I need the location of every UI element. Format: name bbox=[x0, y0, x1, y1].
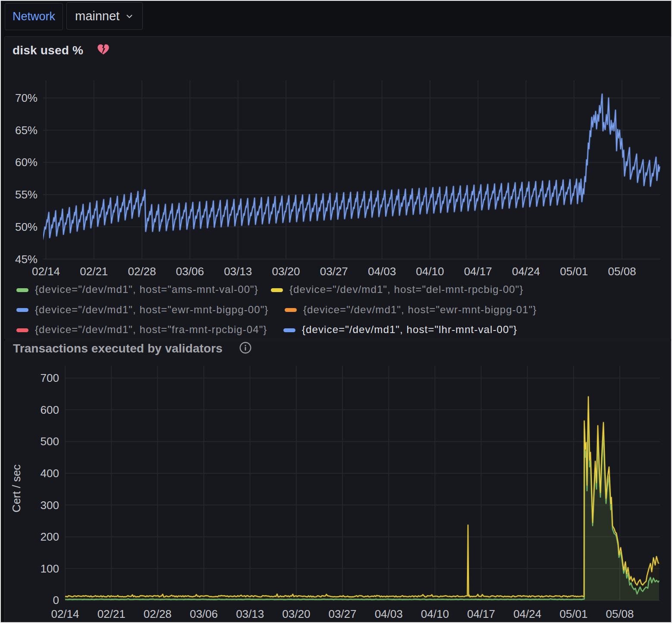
svg-text:05/01: 05/01 bbox=[560, 265, 588, 278]
svg-text:03/27: 03/27 bbox=[328, 607, 356, 620]
svg-text:02/21: 02/21 bbox=[80, 265, 108, 278]
svg-text:45%: 45% bbox=[15, 253, 38, 266]
svg-text:05/08: 05/08 bbox=[606, 607, 634, 620]
svg-text:03/20: 03/20 bbox=[282, 607, 310, 620]
svg-text:04/17: 04/17 bbox=[464, 265, 492, 278]
svg-text:55%: 55% bbox=[15, 188, 38, 201]
svg-text:02/14: 02/14 bbox=[32, 265, 60, 278]
svg-text:02/21: 02/21 bbox=[97, 607, 126, 620]
svg-text:100: 100 bbox=[41, 562, 59, 575]
svg-text:03/06: 03/06 bbox=[176, 265, 204, 278]
svg-text:500: 500 bbox=[41, 435, 59, 448]
svg-text:02/28: 02/28 bbox=[144, 607, 172, 620]
svg-text:03/06: 03/06 bbox=[190, 607, 218, 620]
svg-text:04/10: 04/10 bbox=[416, 265, 444, 278]
svg-text:04/03: 04/03 bbox=[375, 607, 403, 620]
svg-text:50%: 50% bbox=[15, 220, 38, 233]
svg-text:04/17: 04/17 bbox=[467, 607, 495, 620]
svg-text:400: 400 bbox=[41, 467, 59, 480]
svg-text:70%: 70% bbox=[15, 91, 38, 104]
svg-text:300: 300 bbox=[41, 499, 59, 512]
svg-text:60%: 60% bbox=[15, 156, 38, 169]
svg-text:05/01: 05/01 bbox=[559, 607, 587, 620]
svg-text:02/28: 02/28 bbox=[128, 265, 156, 278]
svg-text:03/27: 03/27 bbox=[320, 265, 348, 278]
svg-text:65%: 65% bbox=[15, 124, 38, 137]
svg-text:04/03: 04/03 bbox=[368, 265, 396, 278]
svg-text:03/20: 03/20 bbox=[272, 265, 300, 278]
svg-text:0: 0 bbox=[53, 594, 59, 607]
svg-text:02/14: 02/14 bbox=[51, 607, 79, 620]
svg-text:600: 600 bbox=[41, 403, 59, 416]
svg-text:04/24: 04/24 bbox=[512, 265, 540, 278]
svg-text:04/10: 04/10 bbox=[421, 607, 449, 620]
svg-text:700: 700 bbox=[41, 371, 59, 384]
svg-text:03/13: 03/13 bbox=[224, 265, 252, 278]
svg-text:04/24: 04/24 bbox=[513, 607, 541, 620]
svg-text:03/13: 03/13 bbox=[236, 607, 264, 620]
svg-text:200: 200 bbox=[41, 530, 59, 543]
svg-text:05/08: 05/08 bbox=[608, 265, 636, 278]
